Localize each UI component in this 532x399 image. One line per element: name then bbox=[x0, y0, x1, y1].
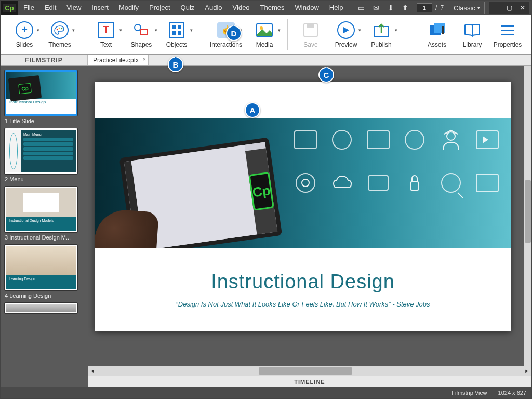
scroll-right-icon[interactable]: ► bbox=[522, 366, 531, 376]
upload-icon[interactable]: ⬆ bbox=[399, 1, 411, 15]
timeline-panel-header[interactable]: TIMELINE bbox=[88, 376, 531, 387]
menu-quiz[interactable]: Quiz bbox=[176, 1, 200, 15]
window-controls: — ▢ ✕ bbox=[489, 2, 529, 14]
preview-button[interactable]: ▾ Preview bbox=[328, 17, 364, 53]
save-button: Save bbox=[293, 17, 328, 53]
publish-icon: ▾ bbox=[373, 21, 390, 39]
properties-button[interactable]: Properties bbox=[490, 17, 525, 53]
maximize-button[interactable]: ▢ bbox=[502, 2, 516, 14]
filmstrip-caption: 2 Menu bbox=[5, 176, 88, 182]
stage-canvas[interactable]: Cp bbox=[88, 66, 531, 366]
status-bar: Filmstrip View 1024 x 627 bbox=[1, 387, 531, 398]
publish-button[interactable]: ▾ Publish bbox=[364, 17, 399, 53]
slide-title: Instructional Design bbox=[211, 271, 395, 293]
slide-hero: Cp bbox=[95, 118, 511, 248]
plus-icon: +▾ bbox=[16, 21, 33, 39]
filmstrip-caption: 3 Instructional Design M... bbox=[5, 234, 88, 241]
callout-a: A bbox=[245, 102, 260, 118]
filmstrip-item-2[interactable]: Main Menu 2 Menu bbox=[5, 128, 88, 182]
filmstrip-caption: 1 Title Slide bbox=[5, 118, 88, 124]
svg-point-0 bbox=[57, 29, 58, 30]
filmstrip-panel[interactable]: Cp Instructional Design 1 Title Slide Ma… bbox=[1, 66, 88, 387]
filmstrip-header: FILMSTRIP bbox=[1, 55, 88, 65]
shapes-button[interactable]: ▾ Shapes bbox=[124, 17, 159, 53]
assets-icon bbox=[428, 21, 446, 39]
filmstrip-item-3[interactable]: Instructional Design Models 3 Instructio… bbox=[5, 187, 88, 241]
filmstrip-item-1[interactable]: Cp Instructional Design 1 Title Slide bbox=[5, 70, 88, 124]
page-indicator: / 7 bbox=[417, 3, 444, 12]
page-total: 7 bbox=[440, 4, 444, 11]
slides-button[interactable]: +▾ Slides bbox=[7, 17, 42, 53]
svg-rect-17 bbox=[410, 182, 419, 190]
svg-rect-4 bbox=[141, 30, 147, 35]
properties-icon bbox=[499, 21, 516, 39]
assets-button[interactable]: Assets bbox=[419, 17, 455, 53]
svg-point-6 bbox=[260, 26, 263, 30]
filmstrip-item-5[interactable] bbox=[5, 303, 88, 313]
svg-point-3 bbox=[135, 24, 141, 31]
menu-edit[interactable]: Edit bbox=[39, 1, 61, 15]
cp-logo-icon: Cp bbox=[248, 172, 274, 211]
mail-icon[interactable]: ✉ bbox=[370, 1, 382, 15]
ribbon-toolbar: +▾ Slides ▾ Themes T▾ Text ▾ Shapes ▾ Ob… bbox=[1, 15, 531, 55]
download-icon[interactable]: ⬇ bbox=[384, 1, 397, 15]
document-strip: FILMSTRIP PracticeFile.cptx × B bbox=[1, 55, 531, 66]
minimize-button[interactable]: — bbox=[489, 2, 502, 14]
menu-view[interactable]: View bbox=[61, 1, 86, 15]
scroll-left-icon[interactable]: ◄ bbox=[88, 366, 97, 376]
save-icon bbox=[302, 21, 320, 39]
text-button[interactable]: T▾ Text bbox=[88, 17, 124, 53]
filmstrip-item-4[interactable]: Learning Design 4 Learning Design bbox=[5, 245, 88, 299]
svg-point-1 bbox=[59, 27, 60, 29]
preview-icon: ▾ bbox=[337, 21, 355, 39]
menu-themes[interactable]: Themes bbox=[255, 1, 290, 15]
media-button[interactable]: ▾ Media bbox=[247, 17, 282, 53]
svg-rect-13 bbox=[501, 25, 514, 27]
text-icon: T▾ bbox=[97, 21, 115, 39]
shapes-icon: ▾ bbox=[132, 21, 150, 39]
svg-rect-8 bbox=[307, 23, 314, 28]
palette-icon: ▾ bbox=[51, 21, 69, 39]
menu-bar: Cp File Edit View Insert Modify Project … bbox=[1, 1, 531, 15]
horizontal-scrollbar[interactable]: ◄ ► bbox=[88, 366, 531, 376]
svg-point-16 bbox=[447, 132, 455, 140]
status-mode: Filmstrip View bbox=[446, 387, 492, 398]
callout-d: D bbox=[226, 25, 242, 41]
status-dimensions: 1024 x 627 bbox=[493, 387, 531, 398]
menu-modify[interactable]: Modify bbox=[114, 1, 144, 15]
callout-b: B bbox=[168, 57, 183, 72]
media-icon: ▾ bbox=[256, 21, 273, 39]
objects-icon: ▾ bbox=[168, 21, 185, 39]
file-name: PracticeFile.cptx bbox=[93, 57, 139, 64]
svg-rect-12 bbox=[442, 26, 444, 34]
slide[interactable]: Cp bbox=[95, 82, 511, 331]
menu-insert[interactable]: Insert bbox=[86, 1, 114, 15]
menu-project[interactable]: Project bbox=[144, 1, 175, 15]
app-logo: Cp bbox=[1, 1, 18, 15]
themes-button[interactable]: ▾ Themes bbox=[42, 17, 77, 53]
objects-button[interactable]: ▾ Objects bbox=[159, 17, 194, 53]
close-button[interactable]: ✕ bbox=[516, 2, 529, 14]
stage-area: C Cp bbox=[88, 66, 531, 387]
svg-rect-14 bbox=[501, 30, 514, 31]
library-icon bbox=[463, 21, 481, 39]
close-tab-icon[interactable]: × bbox=[143, 56, 146, 62]
menu-audio[interactable]: Audio bbox=[200, 1, 227, 15]
workspace-selector[interactable]: Classic▾ bbox=[449, 2, 485, 14]
svg-point-2 bbox=[61, 28, 63, 29]
layout-icon[interactable]: ▭ bbox=[355, 1, 368, 15]
file-tab[interactable]: PracticeFile.cptx × bbox=[88, 55, 149, 65]
menu-file[interactable]: File bbox=[18, 1, 39, 15]
menu-window[interactable]: Window bbox=[290, 1, 324, 15]
menu-help[interactable]: Help bbox=[324, 1, 349, 15]
callout-c: C bbox=[318, 67, 334, 83]
vertical-scrollbar[interactable] bbox=[524, 66, 531, 366]
menu-video[interactable]: Video bbox=[228, 1, 255, 15]
svg-rect-15 bbox=[501, 34, 514, 35]
main-area: Cp Instructional Design 1 Title Slide Ma… bbox=[1, 66, 531, 387]
page-current-input[interactable] bbox=[417, 3, 432, 12]
filmstrip-caption: 4 Learning Design bbox=[5, 292, 88, 299]
slide-quote: “Design Is Not Just What It Looks Like O… bbox=[176, 300, 430, 308]
library-button[interactable]: Library bbox=[455, 17, 490, 53]
